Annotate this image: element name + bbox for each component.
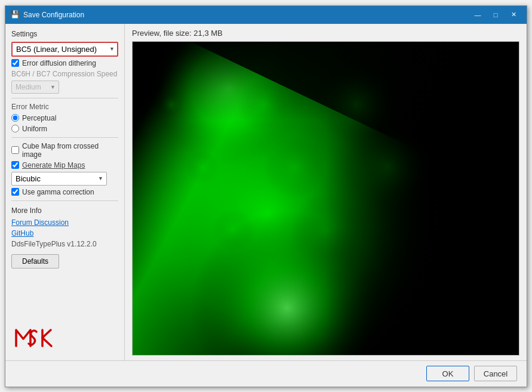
separator-3: [11, 200, 118, 201]
preview-canvas: [133, 42, 519, 355]
msk-signature: [11, 315, 118, 356]
error-diffusion-label[interactable]: Error diffusion dithering: [22, 59, 96, 67]
titlebar-controls: — □ ✕: [469, 8, 522, 21]
cancel-button[interactable]: Cancel: [474, 366, 517, 381]
preview-image-container: [132, 41, 519, 356]
separator-2: [11, 137, 118, 138]
generate-mip-maps-checkbox[interactable]: [11, 161, 19, 169]
mip-filter-dropdown[interactable]: Box Tent Lanczos4 Mitchell Kaiser Bicubi…: [11, 172, 107, 186]
defaults-button[interactable]: Defaults: [11, 254, 59, 268]
titlebar-title: Save Configuration: [23, 11, 469, 19]
close-button[interactable]: ✕: [505, 8, 522, 21]
preview-label: Preview, file size: 21,3 MB: [132, 29, 519, 38]
right-panel: Preview, file size: 21,3 MB: [125, 24, 527, 360]
maximize-button[interactable]: □: [487, 8, 504, 21]
perceptual-row: Perceptual: [11, 114, 118, 122]
error-diffusion-row: Error diffusion dithering: [11, 59, 118, 67]
uniform-radio[interactable]: [11, 125, 19, 132]
format-dropdown[interactable]: BC5 (Linear, Unsigned) BC1 (Linear, DXT1…: [11, 42, 118, 57]
minimize-button[interactable]: —: [469, 8, 486, 21]
cube-map-row: Cube Map from crossed image: [11, 142, 118, 159]
medium-dropdown[interactable]: Medium: [11, 81, 59, 94]
cube-map-checkbox[interactable]: [11, 146, 19, 154]
generate-mip-maps-row: Generate Mip Maps: [11, 161, 118, 169]
github-link[interactable]: GitHub: [11, 229, 118, 237]
titlebar-icon: 💾: [10, 10, 20, 20]
msk-svg: [11, 321, 65, 354]
bc-speed-label: BC6H / BC7 Compression Speed: [11, 70, 118, 78]
format-select-wrapper[interactable]: BC5 (Linear, Unsigned) BC1 (Linear, DXT1…: [11, 42, 118, 57]
bottom-bar: OK Cancel: [5, 360, 527, 387]
cube-map-label[interactable]: Cube Map from crossed image: [22, 142, 118, 159]
generate-mip-maps-label[interactable]: Generate Mip Maps: [22, 161, 85, 169]
uniform-label[interactable]: Uniform: [22, 125, 47, 133]
save-configuration-window: 💾 Save Configuration — □ ✕ Settings BC5 …: [5, 5, 527, 387]
use-gamma-row: Use gamma correction: [11, 188, 118, 196]
settings-label: Settings: [11, 30, 118, 38]
use-gamma-label[interactable]: Use gamma correction: [22, 188, 94, 196]
main-content: Settings BC5 (Linear, Unsigned) BC1 (Lin…: [5, 24, 527, 360]
titlebar: 💾 Save Configuration — □ ✕: [5, 6, 527, 24]
perceptual-label[interactable]: Perceptual: [22, 114, 56, 122]
uniform-row: Uniform: [11, 125, 118, 133]
error-diffusion-checkbox[interactable]: [11, 59, 19, 67]
perceptual-radio[interactable]: [11, 114, 19, 122]
more-info-label: More Info: [11, 206, 118, 215]
mip-filter-select-wrapper[interactable]: Box Tent Lanczos4 Mitchell Kaiser Bicubi…: [11, 172, 107, 186]
ok-button[interactable]: OK: [426, 366, 469, 381]
version-text: DdsFileTypePlus v1.12.2.0: [11, 240, 118, 248]
forum-link[interactable]: Forum Discussion: [11, 218, 118, 227]
use-gamma-checkbox[interactable]: [11, 188, 19, 196]
medium-select-wrapper[interactable]: Medium: [11, 81, 59, 94]
separator-1: [11, 98, 118, 98]
error-metric-label: Error Metric: [11, 103, 118, 111]
left-panel: Settings BC5 (Linear, Unsigned) BC1 (Lin…: [5, 24, 125, 360]
